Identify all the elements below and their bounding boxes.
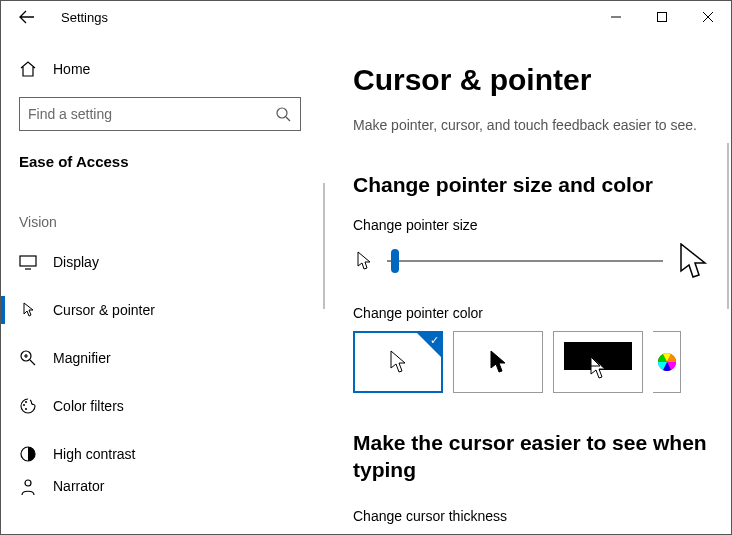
pointer-color-row: ✓ [353, 331, 711, 393]
minimize-button[interactable] [593, 1, 639, 33]
search-box[interactable] [19, 97, 301, 131]
home-icon [19, 60, 45, 78]
page-subtitle: Make pointer, cursor, and touch feedback… [353, 117, 711, 133]
small-cursor-icon [353, 250, 375, 272]
pointer-size-slider-row [353, 243, 711, 279]
minimize-icon [611, 12, 621, 22]
back-button[interactable] [11, 1, 43, 33]
search-icon [274, 105, 292, 123]
slider-thumb[interactable] [391, 249, 399, 273]
sidebar-item-label: Display [53, 254, 99, 270]
maximize-icon [657, 12, 667, 22]
color-wheel-icon [656, 351, 678, 373]
cursor-white-icon [389, 350, 407, 374]
contrast-icon [19, 445, 45, 463]
window-title: Settings [61, 10, 108, 25]
home-label: Home [53, 61, 90, 77]
pointer-size-slider[interactable] [387, 260, 663, 262]
content-scrollbar[interactable] [727, 143, 729, 309]
pointer-color-inverted[interactable] [553, 331, 643, 393]
cursor-black-icon [489, 350, 507, 374]
content-area: Cursor & pointer Make pointer, cursor, a… [325, 33, 731, 534]
home-nav[interactable]: Home [1, 47, 325, 91]
svg-point-8 [25, 480, 31, 486]
sidebar-item-cursor-pointer[interactable]: Cursor & pointer [1, 286, 325, 334]
sidebar-item-label: Color filters [53, 398, 124, 414]
pointer-color-custom[interactable] [653, 331, 681, 393]
sidebar-item-high-contrast[interactable]: High contrast [1, 430, 325, 478]
palette-icon [19, 397, 45, 415]
maximize-button[interactable] [639, 1, 685, 33]
cursor-icon [19, 301, 45, 319]
large-cursor-icon [675, 243, 711, 279]
pointer-color-black[interactable] [453, 331, 543, 393]
sidebar-item-narrator[interactable]: Narrator [1, 478, 325, 508]
svg-point-4 [23, 404, 25, 406]
svg-rect-2 [20, 256, 36, 266]
close-button[interactable] [685, 1, 731, 33]
svg-rect-0 [658, 13, 667, 22]
titlebar: Settings [1, 1, 731, 33]
sidebar-item-label: Magnifier [53, 350, 111, 366]
svg-point-5 [25, 401, 27, 403]
display-icon [19, 253, 45, 271]
search-input[interactable] [28, 106, 274, 122]
sidebar-item-display[interactable]: Display [1, 238, 325, 286]
sidebar: Home Ease of Access Vision Display [1, 33, 325, 534]
pointer-color-label: Change pointer color [353, 305, 711, 321]
sidebar-item-magnifier[interactable]: Magnifier [1, 334, 325, 382]
body: Home Ease of Access Vision Display [1, 33, 731, 534]
arrow-left-icon [19, 9, 35, 25]
sidebar-item-label: High contrast [53, 446, 135, 462]
page-title: Cursor & pointer [353, 63, 711, 97]
sidebar-item-label: Cursor & pointer [53, 302, 155, 318]
close-icon [703, 12, 713, 22]
narrator-icon [19, 478, 45, 496]
settings-window: Settings Home [0, 0, 732, 535]
pointer-size-label: Change pointer size [353, 217, 711, 233]
pointer-color-white[interactable]: ✓ [353, 331, 443, 393]
section-size-color-title: Change pointer size and color [353, 173, 711, 197]
sidebar-category: Ease of Access [1, 131, 325, 170]
sidebar-item-color-filters[interactable]: Color filters [1, 382, 325, 430]
sidebar-item-label: Narrator [53, 478, 104, 494]
sidebar-group-vision: Vision [1, 170, 325, 238]
cursor-thickness-label: Change cursor thickness [353, 508, 711, 524]
cursor-inverted-icon [589, 356, 607, 380]
svg-point-6 [25, 408, 27, 410]
check-icon: ✓ [430, 334, 439, 347]
svg-point-1 [277, 108, 287, 118]
magnifier-icon [19, 349, 45, 367]
section-cursor-typing-title: Make the cursor easier to see when typin… [353, 429, 711, 484]
